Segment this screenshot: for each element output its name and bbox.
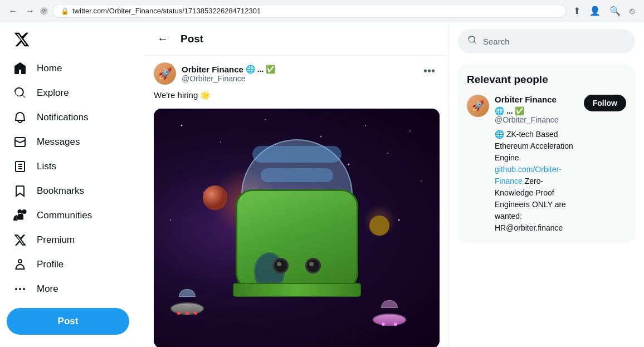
ufo-dome xyxy=(241,139,353,195)
svg-point-8 xyxy=(409,130,411,131)
x-premium-icon xyxy=(13,233,27,247)
avatar-image: 🚀 xyxy=(154,62,176,85)
person-handle[interactable]: @Orbiter_Finance xyxy=(495,115,578,124)
ufo-dome-inner-1 xyxy=(252,146,341,163)
sidebar-bookmarks-label: Bookmarks xyxy=(37,185,84,197)
sidebar-communities-label: Communities xyxy=(37,210,92,221)
sidebar-item-explore[interactable]: Explore xyxy=(7,81,138,105)
light-4 xyxy=(382,322,385,326)
ufo-band xyxy=(233,283,361,297)
svg-point-2 xyxy=(265,119,266,120)
x-logo-icon xyxy=(13,31,30,48)
follow-button[interactable]: Follow xyxy=(584,95,626,111)
ufo-body xyxy=(236,189,358,290)
small-ufo-2 xyxy=(373,306,406,326)
app-container: Home Explore Notifications Messages xyxy=(0,22,644,347)
ufo-dome-inner-2 xyxy=(261,168,333,182)
space-scene xyxy=(154,109,440,348)
svg-point-11 xyxy=(398,219,400,221)
explore-icon xyxy=(13,86,27,100)
browser-share-button[interactable]: ⎋ xyxy=(627,4,637,18)
author-badge: 🌐 ... ✅ xyxy=(246,65,275,74)
browser-zoom-button[interactable]: 🔍 xyxy=(607,3,623,18)
url-text: twitter.com/Orbiter_Finance/status/17138… xyxy=(72,7,261,15)
sidebar-item-more[interactable]: More xyxy=(7,277,138,301)
sidebar-profile-label: Profile xyxy=(37,259,64,270)
tweet-text: We're hiring 🌟 xyxy=(154,89,440,102)
sidebar-item-communities[interactable]: Communities xyxy=(7,203,138,228)
sidebar-item-notifications[interactable]: Notifications xyxy=(7,105,138,130)
small-ufo-1 xyxy=(170,295,204,315)
search-icon xyxy=(467,35,477,47)
light-5 xyxy=(394,322,397,326)
address-bar[interactable]: 🔒 twitter.com/Orbiter_Finance/status/171… xyxy=(52,4,567,18)
search-input[interactable] xyxy=(483,37,626,46)
person-card: 🚀 Orbiter Finance 🌐 ... ✅ @Orbiter_Finan… xyxy=(467,95,626,234)
relevant-people-section: Relevant people 🚀 Orbiter Finance 🌐 ... … xyxy=(458,65,635,243)
tweet-image xyxy=(154,109,440,348)
sidebar-premium-label: Premium xyxy=(37,234,75,246)
author-name[interactable]: Orbiter Finance 🌐 ... ✅ xyxy=(182,65,275,74)
more-circle-icon xyxy=(13,282,27,296)
light-2 xyxy=(186,311,189,315)
post-page-title: Post xyxy=(180,33,203,45)
bookmark-icon xyxy=(13,184,27,198)
avatar[interactable]: 🚀 xyxy=(154,62,176,85)
mail-icon xyxy=(13,135,27,149)
sidebar: Home Explore Notifications Messages xyxy=(0,22,145,347)
svg-point-4 xyxy=(365,125,366,126)
search-box[interactable] xyxy=(458,29,635,53)
svg-point-5 xyxy=(387,153,388,154)
tweet-container: 🚀 Orbiter Finance 🌐 ... ✅ @Orbiter_Finan… xyxy=(145,56,448,347)
sidebar-item-premium[interactable]: Premium xyxy=(7,228,138,252)
back-arrow-button[interactable]: ← xyxy=(154,29,172,48)
sidebar-more-label: More xyxy=(37,284,58,295)
sidebar-notifications-label: Notifications xyxy=(37,112,89,123)
relevant-people-title: Relevant people xyxy=(467,74,626,86)
small-ufo-1-lights xyxy=(170,311,204,315)
sidebar-item-messages[interactable]: Messages xyxy=(7,130,138,154)
ufo-eye-left xyxy=(273,258,289,273)
author-info: Orbiter Finance 🌐 ... ✅ @Orbiter_Finance xyxy=(182,65,275,83)
person-badge: 🌐 ... ✅ xyxy=(495,106,524,115)
browser-download-button[interactable]: ⬆ xyxy=(571,3,583,18)
ufo-eye-right xyxy=(305,258,321,273)
svg-point-10 xyxy=(170,219,171,221)
ufo-eyes xyxy=(273,258,321,273)
sidebar-home-label: Home xyxy=(37,63,62,74)
sidebar-item-profile[interactable]: Profile xyxy=(7,252,138,277)
sidebar-messages-label: Messages xyxy=(37,136,80,148)
post-header: ← Post xyxy=(145,22,448,56)
svg-point-0 xyxy=(181,124,183,126)
right-sidebar: Relevant people 🚀 Orbiter Finance 🌐 ... … xyxy=(449,22,644,347)
tweet-more-button[interactable]: ••• xyxy=(419,62,440,80)
home-icon xyxy=(13,62,27,75)
browser-chrome: ← → ⟳ 🔒 twitter.com/Orbiter_Finance/stat… xyxy=(0,0,644,22)
light-3 xyxy=(194,311,197,315)
browser-back-button[interactable]: ← xyxy=(7,5,20,17)
person-name[interactable]: Orbiter Finance 🌐 ... ✅ xyxy=(495,95,578,115)
list-icon xyxy=(13,160,27,173)
lock-icon: 🔒 xyxy=(61,7,69,15)
sidebar-lists-label: Lists xyxy=(37,161,56,172)
person-bio: 🌐 ZK-tech Based Ethereum Acceleration En… xyxy=(495,129,578,234)
svg-point-9 xyxy=(421,180,422,182)
author-handle[interactable]: @Orbiter_Finance xyxy=(182,74,275,83)
person-avatar[interactable]: 🚀 xyxy=(467,95,489,117)
browser-controls: ← → ⟳ xyxy=(7,5,48,17)
person-info: Orbiter Finance 🌐 ... ✅ @Orbiter_Finance… xyxy=(495,95,578,234)
small-ufo-2-lights xyxy=(373,322,406,326)
tweet-header: 🚀 Orbiter Finance 🌐 ... ✅ @Orbiter_Finan… xyxy=(154,62,440,85)
sidebar-item-home[interactable]: Home xyxy=(7,56,138,81)
tweet-author: 🚀 Orbiter Finance 🌐 ... ✅ @Orbiter_Finan… xyxy=(154,62,275,85)
browser-forward-button[interactable]: → xyxy=(23,5,37,17)
post-button[interactable]: Post xyxy=(7,308,129,335)
x-logo[interactable] xyxy=(7,27,138,54)
browser-profile-button[interactable]: 👤 xyxy=(587,3,603,18)
main-content: ← Post 🚀 Orbiter Finance 🌐 ... ✅ xyxy=(145,22,449,347)
browser-reload-button[interactable]: ⟳ xyxy=(40,7,48,15)
sidebar-explore-label: Explore xyxy=(37,87,69,99)
bell-icon xyxy=(13,111,27,124)
sidebar-item-bookmarks[interactable]: Bookmarks xyxy=(7,179,138,203)
sidebar-item-lists[interactable]: Lists xyxy=(7,154,138,179)
